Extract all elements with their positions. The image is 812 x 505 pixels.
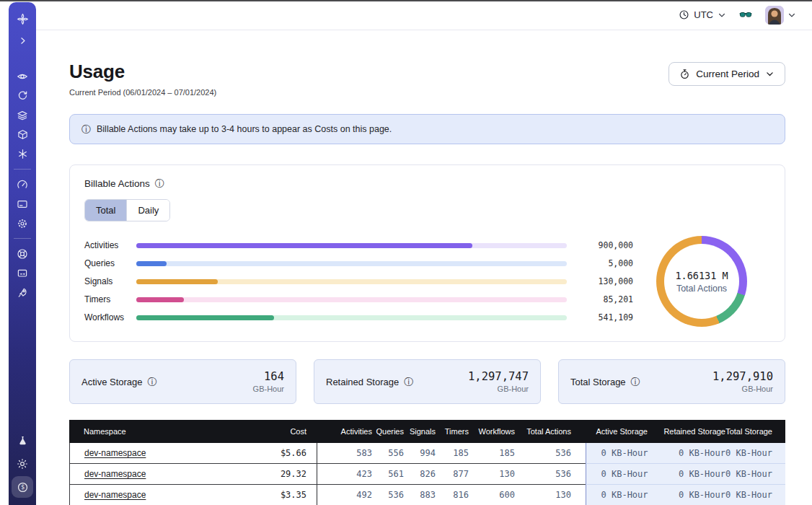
layers-icon[interactable] — [12, 105, 33, 125]
retry-history-icon[interactable] — [12, 86, 33, 105]
page-subtitle: Current Period (06/01/2024 – 07/01/2024) — [69, 88, 216, 97]
active-storage-cell: 0 KB-Hour — [586, 485, 653, 505]
total-storage-cell: 0 KB-Hour — [727, 485, 772, 505]
tab-total[interactable]: Total — [85, 200, 126, 221]
lifebuoy-icon[interactable] — [12, 244, 33, 263]
bar-fill — [136, 297, 184, 302]
col-cost: Cost — [248, 420, 317, 443]
chart-row-queries: Queries 5,000 — [84, 255, 633, 273]
active-storage-cell: 0 KB-Hour — [586, 443, 653, 463]
col-workflows: Workflows — [476, 420, 522, 443]
donut-total-label: Total Actions — [676, 284, 727, 294]
goggles-icon[interactable] — [738, 8, 753, 22]
rocket-icon[interactable] — [12, 283, 33, 302]
chart-row-timers: Timers 85,201 — [84, 291, 633, 309]
signals-cell: 826 — [411, 464, 443, 484]
bar-fill — [136, 261, 167, 266]
signals-cell: 994 — [411, 443, 443, 463]
user-avatar — [765, 6, 784, 25]
billable-actions-card: Billable Actions ⓘ Total Daily Activitie… — [69, 164, 785, 342]
signals-cell: 883 — [411, 485, 443, 505]
retained-storage-cell: 0 KB-Hour — [653, 443, 727, 463]
monitor-icon[interactable] — [12, 263, 33, 283]
chevron-down-icon — [765, 69, 775, 79]
temporal-logo-icon[interactable] — [12, 9, 33, 29]
bar-track — [136, 243, 567, 248]
col-queries: Queries — [379, 420, 411, 443]
info-icon[interactable]: ⓘ — [155, 179, 164, 188]
chart-row-workflows: Workflows 541,109 — [84, 309, 633, 327]
col-signals: Signals — [411, 420, 443, 443]
total-actions-cell: 536 — [522, 443, 586, 463]
col-retained-storage: Retained Storage — [652, 420, 727, 443]
retained-storage-cell: 0 KB-Hour — [653, 464, 727, 484]
timers-cell: 877 — [443, 464, 476, 484]
activities-cell: 583 — [317, 443, 379, 463]
queries-cell: 536 — [379, 485, 411, 505]
col-active-storage: Active Storage — [586, 420, 652, 443]
col-total-actions: Total Actions — [522, 420, 586, 443]
svg-text:$: $ — [20, 483, 24, 491]
storage-card-unit: GB-Hour — [712, 385, 773, 393]
retained-storage-card: Retained Storage ⓘ 1,297,747 GB-Hour — [314, 359, 541, 404]
eye-icon[interactable] — [12, 66, 33, 86]
queries-cell: 556 — [379, 443, 411, 463]
tab-daily[interactable]: Daily — [126, 200, 169, 221]
asterisk-icon[interactable] — [12, 144, 33, 164]
sidebar-divider — [14, 169, 31, 170]
bar-label: Signals — [84, 276, 136, 286]
namespace-link[interactable]: dev-namespace — [84, 469, 146, 479]
timezone-label: UTC — [694, 9, 713, 20]
user-menu[interactable] — [765, 6, 796, 25]
sun-icon[interactable] — [12, 454, 33, 473]
chart-row-activities: Activities 900,000 — [84, 237, 633, 255]
bar-label: Timers — [84, 294, 136, 304]
workflows-cell: 130 — [476, 464, 522, 484]
chart-row-signals: Signals 130,000 — [84, 273, 633, 291]
storage-card-unit: GB-Hour — [253, 385, 284, 393]
col-timers: Timers — [443, 420, 476, 443]
gauge-icon[interactable] — [12, 175, 33, 194]
namespace-link[interactable]: dev-namespace — [84, 490, 146, 500]
bar-track — [136, 261, 567, 266]
bar-fill — [136, 279, 218, 284]
timezone-selector[interactable]: UTC — [679, 9, 726, 20]
bar-value: 5,000 — [567, 258, 633, 268]
col-namespace: Namespace — [69, 420, 248, 443]
chevron-down-icon — [718, 11, 726, 19]
bar-value: 541,109 — [567, 312, 633, 322]
billable-actions-chart: Activities 900,000 Queries 5,000 Signals… — [84, 236, 770, 327]
total-storage-cell: 0 KB-Hour — [727, 464, 772, 484]
browser-card-icon[interactable] — [12, 194, 33, 214]
period-button-label: Current Period — [696, 69, 759, 79]
storage-card-label: Active Storage — [81, 377, 143, 387]
active-storage-cell: 0 KB-Hour — [586, 464, 653, 484]
info-icon[interactable]: ⓘ — [148, 377, 157, 387]
gear-icon[interactable] — [12, 214, 33, 233]
table-row: dev-namespace $3.35 492 536 883 816 600 … — [69, 485, 785, 505]
usage-dollar-icon[interactable]: $ — [12, 476, 33, 498]
active-storage-card: Active Storage ⓘ 164 GB-Hour — [69, 359, 296, 404]
banner-text: Billable Actions may take up to 3-4 hour… — [97, 124, 392, 134]
chevron-right-icon[interactable] — [12, 31, 33, 50]
storage-card-value: 164 — [253, 370, 284, 383]
flask-icon[interactable] — [12, 431, 33, 450]
cube-icon[interactable] — [12, 125, 33, 144]
info-icon: ⓘ — [81, 125, 91, 134]
clock-icon — [679, 9, 689, 20]
namespace-link[interactable]: dev-namespace — [84, 448, 146, 458]
sidebar-nav: $ — [9, 2, 36, 505]
total-storage-cell: 0 KB-Hour — [727, 443, 772, 463]
period-dropdown-button[interactable]: Current Period — [668, 62, 785, 86]
bar-value: 85,201 — [567, 294, 633, 304]
page-title: Usage — [69, 61, 216, 83]
info-icon[interactable]: ⓘ — [631, 377, 640, 387]
col-total-storage: Total Storage — [727, 420, 772, 443]
stopwatch-icon — [679, 69, 690, 79]
cost-cell: $3.35 — [248, 485, 317, 505]
cost-cell: $5.66 — [248, 443, 317, 463]
table-row: dev-namespace $5.66 583 556 994 185 185 … — [69, 443, 785, 464]
info-icon[interactable]: ⓘ — [404, 377, 413, 387]
bar-track — [136, 315, 567, 320]
bar-label: Activities — [84, 240, 136, 250]
